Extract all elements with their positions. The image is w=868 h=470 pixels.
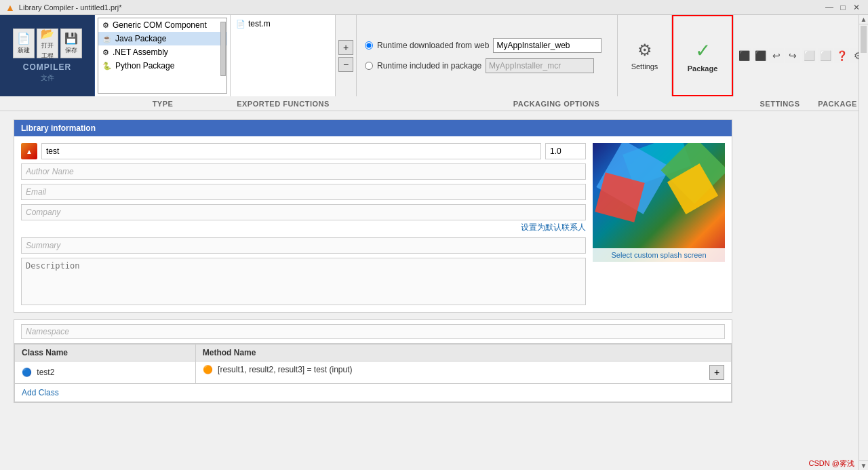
library-info-header: Library information <box>14 120 732 136</box>
class-name-header: Class Name <box>15 345 196 361</box>
company-input[interactable] <box>21 204 586 220</box>
open-sublabel: 工程 <box>41 52 54 60</box>
watermark: CSDN @雾浅 <box>809 458 854 469</box>
title-bar: ▲ Library Compiler - untitled1.prj* — □ … <box>0 0 868 15</box>
runtime-web-input[interactable] <box>493 38 601 53</box>
splash-screen-label: Select custom splash screen <box>593 248 725 262</box>
content-wrapper: Library information ▲ <box>14 119 732 403</box>
author-input[interactable] <box>21 163 586 180</box>
runtime-web-label: Runtime downloaded from web <box>377 41 489 50</box>
runtime-mcr-input[interactable] <box>486 58 594 73</box>
toolbar-btn-2[interactable]: ⬛ <box>753 48 768 63</box>
type-item-label: Java Package <box>115 34 166 43</box>
type-item-label: Python Package <box>115 61 174 71</box>
save-button[interactable]: 💾 保存 <box>60 28 82 58</box>
email-input[interactable] <box>21 184 586 200</box>
save-label: 保存 <box>65 46 77 55</box>
col-header-settings: SETTINGS <box>753 100 807 108</box>
type-item-generic-com[interactable]: ⚙ Generic COM Component <box>98 18 226 32</box>
namespace-input[interactable] <box>21 324 725 339</box>
class-name-value: test2 <box>37 368 54 377</box>
title-bar-controls[interactable]: — □ ✕ <box>823 1 863 14</box>
class-table: Class Name Method Name 🔵 test2 🟠 <box>14 344 732 384</box>
runtime-mcr-label: Runtime included in package <box>377 61 481 71</box>
method-value: [result1, result2, result3] = test (inpu… <box>218 365 352 374</box>
description-textarea[interactable] <box>21 258 586 305</box>
file-item: 📄 test.m <box>233 18 332 30</box>
toolbar-area: 📄 新建 📂 打开 工程 💾 保存 COMPILER 文件 ⚙ <box>0 15 868 96</box>
method-icon: 🟠 <box>203 365 213 374</box>
net-icon: ⚙ <box>102 48 109 57</box>
add-method-button[interactable]: + <box>709 365 724 380</box>
file-name: test.m <box>248 19 271 28</box>
open-button[interactable]: 📂 打开 工程 <box>37 28 58 58</box>
add-class-row: Add Class <box>14 384 732 402</box>
file-icon: 📄 <box>236 20 245 28</box>
minimize-button[interactable]: — <box>823 1 835 14</box>
type-panel: ⚙ Generic COM Component ☕ Java Package ⚙… <box>95 15 231 96</box>
scroll-down-arrow[interactable]: ▼ <box>859 461 868 470</box>
toolbar-btn-6[interactable]: ⬜ <box>818 48 833 63</box>
name-row: ▲ <box>21 143 586 159</box>
column-headers: TYPE EXPORTED FUNCTIONS PACKAGING OPTION… <box>0 96 868 111</box>
generic-com-icon: ⚙ <box>102 21 109 30</box>
python-icon: 🐍 <box>102 62 112 71</box>
type-item-python[interactable]: 🐍 Python Package <box>98 59 226 73</box>
col-header-exported: EXPORTED FUNCTIONS <box>231 100 336 108</box>
runtime-mcr-row: Runtime included in package <box>365 58 609 73</box>
package-icon: ✓ <box>695 39 711 62</box>
package-label: Package <box>688 64 718 73</box>
exported-panel: 📄 test.m <box>231 15 336 96</box>
open-label: 打开 <box>41 41 54 50</box>
toolbar-btn-3[interactable]: ↩ <box>769 48 784 63</box>
compiler-label: COMPILER <box>23 62 71 72</box>
lib-info-right: Select custom splash screen <box>593 143 725 305</box>
class-icon: 🔵 <box>22 368 32 377</box>
summary-input[interactable] <box>21 237 586 254</box>
maximize-button[interactable]: □ <box>837 1 849 14</box>
library-info-card: Library information ▲ <box>14 119 732 313</box>
remove-file-button[interactable]: − <box>338 57 353 72</box>
library-version-input[interactable] <box>545 143 586 159</box>
type-item-java[interactable]: ☕ Java Package <box>98 32 226 45</box>
matlab-logo-icon: ▲ <box>5 2 15 13</box>
scroll-track <box>859 111 868 461</box>
type-list: ⚙ Generic COM Component ☕ Java Package ⚙… <box>98 18 227 94</box>
toolbar-btn-1[interactable]: ⬛ <box>736 48 751 63</box>
settings-panel[interactable]: ⚙ Settings <box>618 15 672 96</box>
window-title: Library Compiler - untitled1.prj* <box>19 3 122 12</box>
package-panel[interactable]: ✓ Package <box>672 15 733 96</box>
add-remove-buttons: + − <box>336 15 357 96</box>
runtime-mcr-radio[interactable] <box>365 62 373 70</box>
namespace-card: Class Name Method Name 🔵 test2 🟠 <box>14 319 732 403</box>
toolbar-btn-5[interactable]: ⬜ <box>802 48 816 63</box>
right-toolbar: ⬛ ⬛ ↩ ↪ ⬜ ⬜ ❓ ⚙ <box>733 15 868 96</box>
title-bar-left: ▲ Library Compiler - untitled1.prj* <box>5 2 121 13</box>
content-scroll: Library information ▲ <box>0 111 859 470</box>
exported-files: 📄 test.m <box>231 15 335 96</box>
class-name-cell: 🔵 test2 <box>15 361 196 384</box>
col-header-packaging: PACKAGING OPTIONS <box>360 100 753 108</box>
toolbar-btn-4[interactable]: ↪ <box>785 48 800 63</box>
library-name-input[interactable] <box>41 143 541 159</box>
type-item-net[interactable]: ⚙ .NET Assembly <box>98 45 226 59</box>
new-button[interactable]: 📄 新建 <box>13 28 35 58</box>
splash-screen-button[interactable]: Select custom splash screen <box>593 143 725 262</box>
lib-info-left: ▲ 设置为默认联系人 <box>21 143 586 305</box>
method-cell: 🟠 [result1, result2, result3] = test (in… <box>195 361 731 384</box>
new-label: 新建 <box>18 46 30 55</box>
runtime-web-row: Runtime downloaded from web <box>365 38 609 53</box>
close-button[interactable]: ✕ <box>850 1 863 14</box>
default-contact-link[interactable]: 设置为默认联系人 <box>21 222 586 233</box>
library-info-body: ▲ 设置为默认联系人 <box>14 136 732 312</box>
add-file-button[interactable]: + <box>338 40 353 55</box>
matlab-file-icon: ▲ <box>21 143 37 159</box>
add-class-link[interactable]: Add Class <box>22 388 59 397</box>
toolbar-btn-7[interactable]: ❓ <box>834 48 849 63</box>
right-scrollbar[interactable]: ▲ ▼ <box>859 111 868 470</box>
col-header-type: TYPE <box>95 100 231 108</box>
type-item-label: .NET Assembly <box>113 47 168 57</box>
type-item-label: Generic COM Component <box>113 20 207 30</box>
runtime-web-radio[interactable] <box>365 41 373 50</box>
compiler-panel: 📄 新建 📂 打开 工程 💾 保存 COMPILER 文件 <box>0 15 95 96</box>
